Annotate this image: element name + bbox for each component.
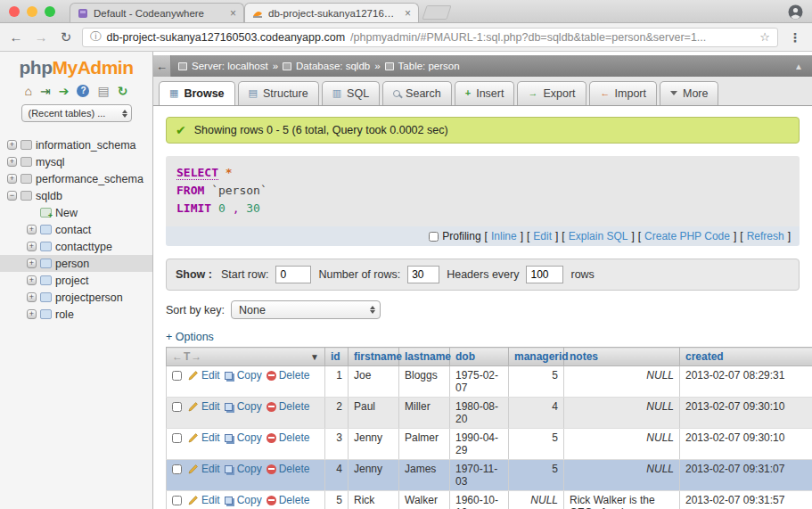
cell-notes[interactable]: Rick Walker is the CEO of web.com.	[564, 491, 680, 509]
sidebar-item-mysql[interactable]: + mysql	[0, 153, 152, 170]
column-header-dob[interactable]: dob	[450, 348, 509, 366]
tree-expander-icon[interactable]: +	[27, 242, 37, 251]
tree-expander-icon[interactable]: +	[27, 275, 37, 285]
cell-dob[interactable]: 1975-02-07	[450, 366, 509, 398]
cell-lastname[interactable]: Palmer	[399, 429, 450, 460]
phpmyadmin-logo[interactable]: phpMyAdmin	[0, 57, 152, 78]
cell-managerid[interactable]: 5	[509, 366, 564, 398]
right-arrow-icon[interactable]: →	[191, 350, 202, 363]
refresh-icon[interactable]: ↻	[118, 85, 128, 97]
copy-row-link[interactable]: Copy	[225, 369, 262, 382]
new-tab-button[interactable]	[422, 5, 451, 20]
row-checkbox[interactable]	[172, 433, 182, 443]
sidebar-item-role[interactable]: + role	[0, 306, 152, 323]
copy-row-link[interactable]: Copy	[225, 494, 262, 506]
tab-import[interactable]: →Import	[589, 81, 657, 105]
sidebar-item-new[interactable]: New	[0, 204, 152, 221]
tab-browse[interactable]: ▦Browse	[159, 81, 235, 105]
explain-sql-link[interactable]: Explain SQL	[569, 230, 628, 242]
sidebar-item-contacttype[interactable]: + contacttype	[0, 238, 152, 255]
cell-lastname[interactable]: James	[399, 460, 450, 491]
cell-managerid[interactable]: 5	[509, 460, 564, 491]
profile-icon[interactable]	[788, 4, 803, 22]
cell-notes[interactable]: NULL	[564, 366, 680, 398]
row-checkbox[interactable]	[172, 371, 182, 381]
cell-id[interactable]: 5	[325, 491, 349, 509]
row-checkbox[interactable]	[172, 464, 182, 474]
column-header-notes[interactable]: notes	[564, 348, 680, 366]
left-arrow-icon[interactable]: ←	[172, 350, 184, 363]
cell-created[interactable]: 2013-02-07 08:29:31	[680, 366, 812, 398]
cell-managerid[interactable]: NULL	[509, 491, 564, 509]
cell-id[interactable]: 2	[325, 398, 349, 429]
tree-expander-icon[interactable]: +	[27, 309, 37, 319]
cell-lastname[interactable]: Walker	[399, 491, 450, 509]
delete-row-link[interactable]: Delete	[267, 369, 310, 382]
cell-id[interactable]: 3	[325, 429, 349, 460]
tree-expander-icon[interactable]: +	[7, 157, 17, 167]
tab-export[interactable]: →Export	[517, 81, 586, 105]
tree-expander-icon[interactable]: +	[7, 140, 17, 150]
column-header-firstname[interactable]: firstname	[349, 348, 399, 366]
edit-row-link[interactable]: Edit	[188, 431, 220, 444]
delete-row-link[interactable]: Delete	[267, 463, 310, 475]
cell-managerid[interactable]: 4	[509, 398, 564, 429]
cell-created[interactable]: 2013-02-07 09:30:10	[680, 429, 812, 460]
actions-column-header[interactable]: ←T→ ▼	[167, 348, 325, 366]
inline-link[interactable]: Inline	[491, 230, 517, 242]
logout-icon[interactable]: ⇥	[40, 85, 51, 97]
cell-firstname[interactable]: Joe	[349, 366, 399, 398]
tab-insert[interactable]: +Insert	[455, 81, 515, 105]
cell-dob[interactable]: 1960-10-10	[450, 491, 509, 509]
row-checkbox[interactable]	[172, 496, 182, 505]
close-tab-icon[interactable]: ×	[405, 7, 411, 20]
cell-notes[interactable]: NULL	[564, 429, 680, 460]
tab-sql[interactable]: ▥SQL	[322, 81, 380, 105]
tab-structure[interactable]: ▤Structure	[238, 81, 319, 105]
sidebar-item-projectperson[interactable]: + projectperson	[0, 289, 152, 306]
breadcrumb-table[interactable]: Table: person	[398, 61, 460, 71]
tree-expander-icon[interactable]: +	[7, 174, 17, 184]
sidebar-item-performance_schema[interactable]: + performance_schema	[0, 170, 152, 187]
column-header-managerid[interactable]: managerid	[509, 348, 564, 366]
collapse-sidebar-icon[interactable]: ←	[153, 55, 171, 77]
cell-created[interactable]: 2013-02-07 09:30:10	[680, 398, 812, 429]
sidebar-item-person[interactable]: + person	[0, 255, 152, 272]
browser-menu-icon[interactable]: ⋮	[785, 30, 805, 45]
tree-expander-icon[interactable]: +	[27, 292, 37, 302]
sort-by-key-select[interactable]: None	[231, 300, 381, 319]
sidebar-item-contact[interactable]: + contact	[0, 221, 152, 238]
column-header-lastname[interactable]: lastname	[399, 348, 450, 366]
cell-id[interactable]: 4	[325, 460, 349, 491]
cell-dob[interactable]: 1990-04-29	[450, 429, 509, 460]
cell-managerid[interactable]: 5	[509, 429, 564, 460]
profiling-checkbox[interactable]	[429, 232, 439, 242]
info-icon[interactable]: ⓘ	[90, 29, 102, 45]
close-window-button[interactable]	[9, 6, 20, 17]
delete-row-link[interactable]: Delete	[267, 494, 310, 506]
cell-firstname[interactable]: Jenny	[349, 429, 399, 460]
url-bar[interactable]: ⓘ db-project-sukanya127160503.codeanyapp…	[82, 28, 778, 47]
options-toggle-link[interactable]: + Options	[166, 331, 800, 343]
breadcrumb-server[interactable]: Server: localhost	[192, 61, 268, 71]
tab-search[interactable]: Search	[382, 81, 452, 105]
edit-row-link[interactable]: Edit	[188, 494, 220, 506]
cell-dob[interactable]: 1980-08-20	[450, 398, 509, 429]
help-icon[interactable]: ?	[77, 85, 89, 97]
bookmark-star-icon[interactable]: ☆	[759, 30, 770, 44]
cell-notes[interactable]: NULL	[564, 398, 680, 429]
edit-row-link[interactable]: Edit	[188, 463, 220, 475]
copy-row-link[interactable]: Copy	[225, 400, 262, 413]
cell-notes[interactable]: NULL	[564, 460, 680, 491]
start-row-input[interactable]	[275, 266, 311, 283]
delete-row-link[interactable]: Delete	[267, 400, 310, 413]
tab-more[interactable]: More	[660, 81, 718, 105]
delete-row-link[interactable]: Delete	[267, 431, 310, 444]
close-tab-icon[interactable]: ×	[230, 7, 236, 20]
cell-created[interactable]: 2013-02-07 09:31:07	[680, 460, 812, 491]
tree-expander-icon[interactable]: −	[7, 191, 17, 201]
cell-firstname[interactable]: Paul	[349, 398, 399, 429]
tree-expander-icon[interactable]: +	[27, 259, 37, 268]
cell-dob[interactable]: 1970-11-03	[450, 460, 509, 491]
column-header-created[interactable]: created	[680, 348, 812, 366]
